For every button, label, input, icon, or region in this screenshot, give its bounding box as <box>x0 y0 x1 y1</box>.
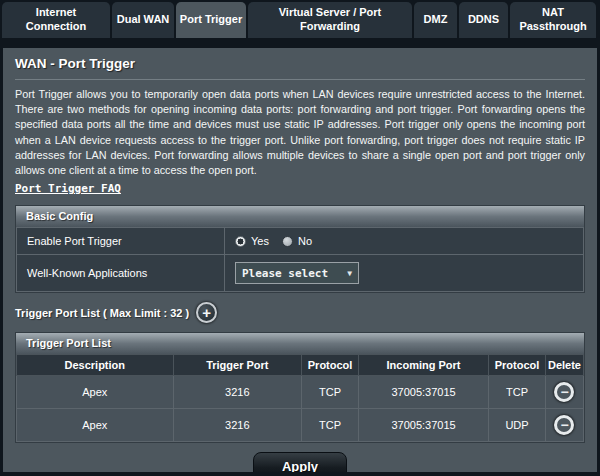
page-title: WAN - Port Trigger <box>15 56 585 71</box>
tab-dual-wan[interactable]: Dual WAN <box>112 2 174 38</box>
trigger-port-list-table: Description Trigger Port Protocol Incomi… <box>16 354 584 442</box>
column-description: Description <box>17 355 174 376</box>
column-incoming-port: Incoming Port <box>359 355 489 376</box>
select-value: Please select <box>242 267 328 280</box>
cell-incoming-port: 37005:37015 <box>359 376 489 409</box>
apply-button[interactable]: Apply <box>253 452 347 472</box>
trigger-port-list-section: Trigger Port List Description Trigger Po… <box>15 332 585 443</box>
table-row: Apex 3216 TCP 37005:37015 TCP − <box>17 376 584 409</box>
column-trigger-port: Trigger Port <box>173 355 302 376</box>
column-header-row: Description Trigger Port Protocol Incomi… <box>17 355 584 376</box>
tab-nat-passthrough[interactable]: NAT Passthrough <box>510 2 596 38</box>
cell-description: Apex <box>17 409 174 442</box>
tab-virtual-server-port-forwarding[interactable]: Virtual Server / Port Forwarding <box>248 2 412 38</box>
delete-row-button[interactable]: − <box>554 415 574 435</box>
column-protocol-2: Protocol <box>489 355 546 376</box>
page-description: Port Trigger allows you to temporarily o… <box>15 87 585 178</box>
basic-config-header: Basic Config <box>16 206 584 227</box>
well-known-applications-select[interactable]: Please select ▼ <box>235 262 359 284</box>
tab-port-trigger[interactable]: Port Trigger <box>176 2 246 38</box>
radio-no-label: No <box>298 235 312 247</box>
minus-icon: − <box>560 385 568 399</box>
cell-incoming-port: 37005:37015 <box>359 409 489 442</box>
trigger-port-list-header: Trigger Port List <box>16 333 584 354</box>
enable-port-trigger-row: Enable Port Trigger Yes No <box>17 228 584 255</box>
enable-port-trigger-options: Yes No <box>235 235 573 247</box>
content-panel: WAN - Port Trigger Port Trigger allows y… <box>3 48 597 472</box>
table-row: Apex 3216 TCP 37005:37015 UDP − <box>17 409 584 442</box>
cell-protocol: TCP <box>302 376 359 409</box>
trigger-port-list-caption: Trigger Port List ( Max Limit : 32 ) <box>15 307 189 319</box>
tab-ddns[interactable]: DDNS <box>459 2 508 38</box>
basic-config-section: Basic Config Enable Port Trigger Yes No … <box>15 205 585 293</box>
cell-description: Apex <box>17 376 174 409</box>
cell-trigger-port: 3216 <box>173 376 302 409</box>
radio-no[interactable] <box>282 236 293 247</box>
plus-icon: + <box>202 305 211 320</box>
radio-yes-label: Yes <box>251 235 269 247</box>
delete-row-button[interactable]: − <box>554 382 574 402</box>
well-known-applications-label: Well-Known Applications <box>17 255 225 292</box>
well-known-applications-row: Well-Known Applications Please select ▼ <box>17 255 584 292</box>
title-divider <box>15 79 585 80</box>
apply-row: Apply <box>15 452 585 472</box>
tab-dmz[interactable]: DMZ <box>414 2 457 38</box>
cell-protocol-2: UDP <box>489 409 546 442</box>
cell-protocol: TCP <box>302 409 359 442</box>
column-delete: Delete <box>545 355 583 376</box>
cell-trigger-port: 3216 <box>173 409 302 442</box>
port-trigger-faq-link[interactable]: Port Trigger FAQ <box>15 182 121 195</box>
cell-protocol-2: TCP <box>489 376 546 409</box>
tab-internet-connection[interactable]: Internet Connection <box>2 2 110 38</box>
radio-yes[interactable] <box>235 236 246 247</box>
minus-icon: − <box>560 418 568 432</box>
enable-port-trigger-label: Enable Port Trigger <box>17 228 225 255</box>
column-protocol: Protocol <box>302 355 359 376</box>
add-row-button[interactable]: + <box>196 302 217 323</box>
basic-config-table: Enable Port Trigger Yes No Well-Known Ap… <box>16 227 584 292</box>
trigger-port-list-caption-row: Trigger Port List ( Max Limit : 32 ) + <box>15 302 585 323</box>
chevron-down-icon: ▼ <box>347 269 352 278</box>
wan-tab-bar: Internet Connection Dual WAN Port Trigge… <box>0 0 600 38</box>
